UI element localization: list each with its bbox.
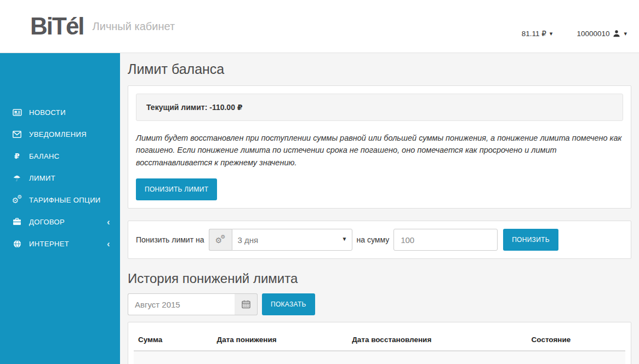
app-subtitle: Личный кабинет [93, 20, 175, 33]
chevron-left-icon: ‹ [107, 217, 110, 227]
month-input[interactable] [128, 293, 235, 315]
globe-icon [11, 240, 23, 248]
header-right: 81.11 ₽ ▾ 10000010 ▾ [522, 29, 627, 38]
header: BiTél Личный кабинет 81.11 ₽ ▾ 10000010 … [0, 0, 639, 53]
limit-panel: Текущий лимит: -110.00 ₽ Лимит будет вос… [128, 85, 631, 209]
history-filter-row: ПОКАЗАТЬ [128, 293, 631, 315]
main-content: Лимит баланса Текущий лимит: -110.00 ₽ Л… [120, 53, 639, 364]
sidebar: НОВОСТИ УВЕДОМЛЕНИЯ ₽ БАЛАНС ☂ ЛИМИТ ⚙⚙ … [0, 53, 120, 364]
cogs-icon: ⚙⚙ [11, 195, 23, 205]
calendar-icon[interactable] [235, 293, 258, 315]
sidebar-item-label: БАЛАНС [29, 152, 60, 160]
lower-limit-button[interactable]: ПОНИЗИТЬ ЛИМИТ [136, 178, 217, 200]
umbrella-icon: ☂ [11, 174, 23, 182]
caret-down-icon: ▾ [550, 31, 553, 37]
sidebar-item-label: ИНТЕРНЕТ [29, 240, 69, 248]
sidebar-item-label: УВЕДОМЛЕНИЯ [29, 130, 87, 138]
sidebar-item-label: ТАРИФНЫЕ ОПЦИИ [29, 196, 101, 204]
newspaper-icon [11, 108, 23, 117]
period-select[interactable]: 3 дня [232, 229, 352, 251]
column-header-lower-date: Дата понижения [213, 327, 348, 351]
account-number: 10000010 [577, 30, 609, 38]
balance-dropdown[interactable]: 81.11 ₽ ▾ [522, 29, 553, 38]
page-title: Лимит баланса [128, 61, 631, 77]
limit-description: Лимит будет восстановлен при поступлении… [136, 132, 623, 169]
chevron-left-icon: ‹ [107, 239, 110, 249]
amount-input[interactable] [393, 229, 498, 251]
amount-input-group [393, 229, 498, 251]
app-body: НОВОСТИ УВЕДОМЛЕНИЯ ₽ БАЛАНС ☂ ЛИМИТ ⚙⚙ … [0, 53, 639, 364]
envelope-icon [11, 131, 23, 138]
sidebar-item-label: ЛИМИТ [29, 174, 55, 182]
column-header-restore-date: Дата восстановления [347, 327, 527, 351]
sidebar-item-notifications[interactable]: УВЕДОМЛЕНИЯ [0, 123, 120, 145]
column-header-amount: Сумма [134, 327, 213, 351]
sidebar-item-label: НОВОСТИ [29, 108, 66, 117]
lower-limit-form: Понизить лимит на ⚙⚙ 3 дня ▼ на сумму [136, 229, 623, 251]
sidebar-item-balance[interactable]: ₽ БАЛАНС [0, 145, 120, 167]
show-button[interactable]: ПОКАЗАТЬ [262, 293, 315, 315]
month-input-group [128, 293, 258, 315]
current-limit-text: Текущий лимит: -110.00 ₽ [146, 103, 243, 112]
brand: BiTél Личный кабинет [30, 14, 175, 38]
history-table-panel: Сумма Дата понижения Дата восстановления… [128, 322, 631, 364]
sidebar-item-internet[interactable]: ИНТЕРНЕТ ‹ [0, 233, 120, 255]
lower-limit-form-panel: Понизить лимит на ⚙⚙ 3 дня ▼ на сумму [128, 221, 631, 259]
account-dropdown[interactable]: 10000010 ▾ [577, 30, 627, 38]
column-header-state: Состояние [527, 327, 625, 351]
amount-label: на сумму [357, 235, 390, 244]
table-row [134, 351, 625, 364]
sidebar-item-contract[interactable]: ДОГОВОР ‹ [0, 211, 120, 233]
cogs-icon: ⚙⚙ [209, 229, 232, 251]
lower-submit-button[interactable]: ПОНИЗИТЬ [503, 229, 558, 251]
history-title: История понижений лимита [128, 271, 631, 287]
period-input-group: ⚙⚙ 3 дня ▼ [209, 229, 352, 251]
balance-value: 81.11 ₽ [522, 29, 546, 38]
current-limit-well: Текущий лимит: -110.00 ₽ [136, 94, 623, 121]
table-header-row: Сумма Дата понижения Дата восстановления… [134, 327, 625, 351]
sidebar-item-label: ДОГОВОР [29, 218, 65, 226]
sidebar-item-news[interactable]: НОВОСТИ [0, 101, 120, 123]
period-label: Понизить лимит на [136, 235, 204, 244]
caret-down-icon: ▾ [624, 31, 627, 37]
ruble-icon: ₽ [11, 152, 23, 160]
history-table: Сумма Дата понижения Дата восстановления… [134, 327, 625, 364]
user-icon [613, 30, 620, 37]
sidebar-item-limit[interactable]: ☂ ЛИМИТ [0, 167, 120, 189]
sidebar-item-tariff-options[interactable]: ⚙⚙ ТАРИФНЫЕ ОПЦИИ [0, 189, 120, 211]
logo: BiTél [30, 14, 84, 38]
briefcase-icon [11, 218, 23, 226]
